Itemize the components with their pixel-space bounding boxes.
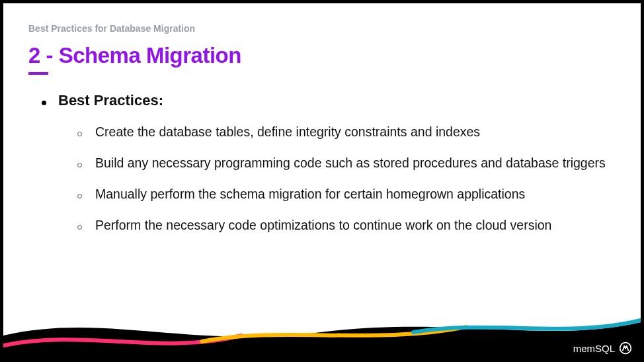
slide-container: Best Practices for Database Migration 2 … [3,3,641,359]
list-item: Manually perform the schema migration fo… [77,183,616,205]
list-item-text: Manually perform the schema migration fo… [95,183,525,205]
list-item-text: Build any necessary programming code suc… [95,152,606,174]
list-item-text: Perform the necessary code optimizations… [95,214,551,236]
hollow-bullet-icon [77,194,82,199]
list-item-text: Create the database tables, define integ… [95,121,480,143]
footer-wave [3,299,641,359]
hollow-bullet-icon [77,132,82,136]
bullet-icon [42,101,46,105]
section-heading: Best Practices: [58,92,163,109]
slide-content: Best Practices: Create the database tabl… [28,92,616,237]
brand-mark-icon [619,341,632,355]
list-item: Create the database tables, define integ… [77,121,616,143]
list-item: Perform the necessary code optimizations… [77,214,616,236]
sub-bullet-list: Create the database tables, define integ… [42,121,616,237]
breadcrumb: Best Practices for Database Migration [28,23,616,34]
list-item: Build any necessary programming code suc… [77,152,616,174]
brand-logo: memSQL [573,341,632,355]
hollow-bullet-icon [77,225,82,230]
brand-name: memSQL [573,343,615,354]
hollow-bullet-icon [77,163,82,167]
title-underline [28,72,48,75]
main-bullet-row: Best Practices: [42,92,616,109]
slide-title: 2 - Schema Migration [28,43,616,68]
